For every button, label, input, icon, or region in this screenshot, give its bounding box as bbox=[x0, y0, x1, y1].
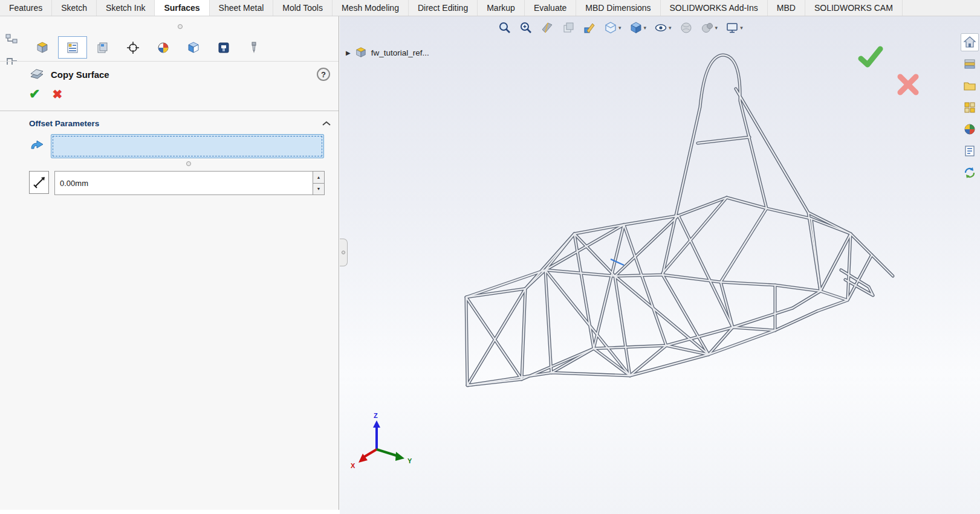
ribbon-tab-solidworks-add-ins[interactable]: SOLIDWORKS Add-Ins bbox=[661, 0, 768, 16]
ribbon-tab-mbd-dimensions[interactable]: MBD Dimensions bbox=[576, 0, 660, 16]
surface-select-arrow-icon bbox=[29, 139, 45, 153]
previous-view-button[interactable] bbox=[562, 21, 575, 34]
scene-icon bbox=[701, 21, 714, 34]
offset-distance-spinner: ▲ ▼ bbox=[313, 171, 325, 195]
pm-tab-strip bbox=[28, 36, 268, 59]
display-style-button[interactable]: ▾ bbox=[629, 21, 647, 34]
part-cube-icon bbox=[36, 41, 49, 54]
configurations-icon bbox=[96, 41, 109, 54]
pm-tab-propertymanager[interactable] bbox=[58, 36, 87, 59]
monitor-icon bbox=[725, 21, 739, 34]
view-orientation-cube-icon bbox=[604, 21, 617, 34]
pm-tab-cam-feature-tree[interactable] bbox=[179, 36, 208, 59]
panel-resize-handle[interactable] bbox=[178, 24, 183, 29]
display-beachball-icon bbox=[157, 41, 170, 54]
pm-tab-displaymanager[interactable] bbox=[149, 36, 178, 59]
ribbon-tab-direct-editing[interactable]: Direct Editing bbox=[409, 0, 478, 16]
zoom-to-area-icon bbox=[519, 21, 533, 34]
help-button[interactable]: ? bbox=[317, 68, 330, 81]
view-palette-button[interactable] bbox=[961, 98, 979, 117]
home-icon bbox=[963, 36, 976, 49]
zoom-fit-button[interactable] bbox=[498, 21, 511, 34]
offset-distance-button[interactable] bbox=[29, 171, 49, 194]
dimxpert-target-icon bbox=[126, 41, 140, 54]
pm-ok-button[interactable]: ✔ bbox=[29, 88, 40, 101]
ribbon-tab-mesh-modeling[interactable]: Mesh Modeling bbox=[333, 0, 409, 16]
offset-parameters-header[interactable]: Offset Parameters bbox=[29, 117, 331, 130]
pm-tab-dimxpertmanager[interactable] bbox=[118, 36, 148, 59]
dropdown-arrow-icon[interactable]: ▾ bbox=[644, 25, 647, 31]
dropdown-arrow-icon[interactable]: ▾ bbox=[669, 25, 672, 31]
ribbon-tab-sketch-ink[interactable]: Sketch Ink bbox=[97, 0, 155, 16]
section-view-button[interactable] bbox=[540, 21, 554, 34]
appearances-scenes-button[interactable] bbox=[961, 120, 979, 138]
eye-icon bbox=[654, 21, 667, 34]
pm-tab-cam-tools[interactable] bbox=[239, 36, 268, 59]
surface-selection-box[interactable] bbox=[51, 134, 324, 158]
ribbon-tab-mbd[interactable]: MBD bbox=[768, 0, 805, 16]
drill-tool-icon bbox=[247, 41, 261, 54]
pm-tab-configurationmanager[interactable] bbox=[88, 36, 117, 59]
graphics-viewport[interactable]: ▶ fw_tutorial_ref... bbox=[340, 16, 980, 514]
ribbon-tab-features[interactable]: Features bbox=[0, 0, 52, 16]
triad-x-label: X bbox=[351, 462, 355, 469]
panel-splitter-handle[interactable] bbox=[340, 239, 348, 266]
threedexperience-button[interactable] bbox=[961, 164, 979, 182]
design-library-button[interactable] bbox=[961, 55, 979, 73]
edit-appearance-icon bbox=[583, 21, 596, 34]
ribbon-tab-mold-tools[interactable]: Mold Tools bbox=[273, 0, 333, 16]
zoom-to-area-button[interactable] bbox=[519, 21, 533, 34]
dropdown-arrow-icon[interactable]: ▾ bbox=[715, 25, 718, 31]
property-list-icon bbox=[66, 41, 79, 54]
pm-divider bbox=[0, 111, 339, 111]
confirm-ok-button[interactable] bbox=[857, 45, 884, 68]
offset-distance-icon bbox=[33, 176, 46, 189]
custom-properties-button[interactable] bbox=[961, 142, 979, 160]
hide-show-items-button[interactable]: ▾ bbox=[654, 21, 672, 34]
ribbon-tab-sheet-metal[interactable]: Sheet Metal bbox=[210, 0, 274, 16]
ribbon-tab-evaluate[interactable]: Evaluate bbox=[525, 0, 576, 16]
ribbon-tab-solidworks-cam[interactable]: SOLIDWORKS CAM bbox=[805, 0, 903, 16]
display-style-cube-icon bbox=[629, 21, 643, 34]
collapse-chevron-icon bbox=[322, 121, 331, 126]
previous-view-icon bbox=[562, 21, 575, 34]
zoom-fit-icon bbox=[498, 21, 511, 34]
feature-hierarchy-icon[interactable] bbox=[5, 33, 19, 48]
ribbon-tab-sketch[interactable]: Sketch bbox=[52, 0, 97, 16]
appearance-sphere-icon bbox=[680, 21, 693, 34]
design-library-icon bbox=[963, 57, 976, 71]
dropdown-arrow-icon[interactable]: ▾ bbox=[618, 25, 621, 31]
feature-tree-item[interactable]: ▶ fw_tutorial_ref... bbox=[346, 47, 429, 59]
appearances-button[interactable] bbox=[680, 21, 693, 34]
pm-tab-cam-operation-tree[interactable] bbox=[209, 36, 238, 59]
view-orientation-button[interactable]: ▾ bbox=[604, 21, 621, 34]
group-resize-handle[interactable] bbox=[186, 161, 191, 166]
preselected-edge-highlight bbox=[611, 259, 624, 265]
help-glyph: ? bbox=[321, 70, 326, 79]
spinner-down-button[interactable]: ▼ bbox=[313, 184, 325, 196]
property-manager-panel: Copy Surface ? ✔ ✖ Offset Parameters bbox=[0, 16, 339, 510]
edit-appearance-button[interactable] bbox=[583, 21, 596, 34]
ribbon-tab-markup[interactable]: Markup bbox=[478, 0, 525, 16]
pm-tab-featuremanager-tree[interactable] bbox=[28, 36, 57, 59]
solidworks-resources-button[interactable] bbox=[961, 33, 979, 51]
tree-expand-arrow-icon[interactable]: ▶ bbox=[346, 50, 351, 56]
splitter-dot bbox=[342, 251, 345, 254]
pm-cancel-button[interactable]: ✖ bbox=[52, 88, 62, 101]
view-settings-button[interactable]: ▾ bbox=[725, 21, 743, 34]
cam-cube-icon bbox=[187, 41, 200, 54]
chassis-wireframe-model[interactable] bbox=[340, 16, 980, 514]
file-explorer-button[interactable] bbox=[961, 77, 979, 95]
spinner-up-button[interactable]: ▲ bbox=[313, 171, 325, 184]
dropdown-arrow-icon[interactable]: ▾ bbox=[740, 25, 743, 31]
pm-tabs-divider bbox=[0, 61, 339, 62]
task-pane bbox=[959, 33, 980, 182]
appearances-ball-icon bbox=[963, 123, 976, 136]
heads-up-view-toolbar: ▾ ▾ ▾ bbox=[498, 21, 743, 34]
confirm-cancel-button[interactable] bbox=[896, 72, 920, 97]
triad-z-label: Z bbox=[374, 412, 378, 419]
cam-operation-icon bbox=[217, 41, 230, 54]
scene-button[interactable]: ▾ bbox=[701, 21, 718, 34]
offset-distance-input[interactable] bbox=[54, 171, 313, 195]
ribbon-tab-surfaces[interactable]: Surfaces bbox=[155, 0, 209, 16]
